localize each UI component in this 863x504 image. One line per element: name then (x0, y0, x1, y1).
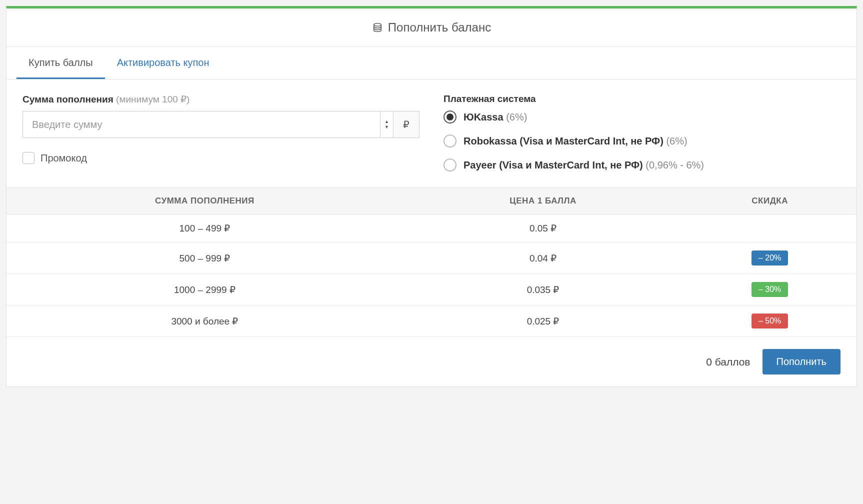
coins-icon (372, 22, 383, 33)
discount-badge: – 30% (752, 282, 788, 297)
cell-discount: – 50% (683, 306, 856, 337)
payment-option-label: ЮKassa (6%) (464, 112, 527, 123)
promo-checkbox[interactable] (22, 152, 34, 164)
panel-title: Пополнить баланс (388, 20, 491, 34)
amount-label: Сумма пополнения (минимум 100 ₽) (22, 94, 420, 105)
radio-icon (444, 134, 456, 148)
cell-price: 0.04 ₽ (403, 242, 683, 274)
table-row: 3000 и более ₽0.025 ₽– 50% (6, 306, 856, 337)
cell-discount: – 30% (683, 274, 856, 306)
payment-option-label: Robokassa (Visa и MasterCard Int, не РФ)… (464, 136, 688, 147)
payment-column: Платежная система ЮKassa (6%)Robokassa (… (444, 94, 840, 172)
topup-panel: Пополнить баланс Купить баллы Активирова… (6, 6, 857, 387)
chevron-up-icon: ▲ (384, 120, 389, 124)
table-row: 1000 – 2999 ₽0.035 ₽– 30% (6, 274, 856, 306)
cell-amount: 3000 и более ₽ (6, 306, 403, 337)
table-row: 100 – 499 ₽0.05 ₽ (6, 214, 856, 242)
th-discount: СКИДКА (683, 188, 856, 214)
cell-amount: 1000 – 2999 ₽ (6, 274, 403, 306)
radio-icon (444, 110, 456, 124)
cell-amount: 500 – 999 ₽ (6, 242, 403, 274)
cell-price: 0.035 ₽ (403, 274, 683, 306)
cell-price: 0.025 ₽ (403, 306, 683, 337)
tab-buy-points[interactable]: Купить баллы (16, 47, 105, 79)
chevron-down-icon: ▼ (384, 125, 389, 130)
amount-stepper[interactable]: ▲ ▼ (380, 112, 393, 138)
footer-row: 0 баллов Пополнить (6, 337, 856, 386)
promo-row[interactable]: Промокод (22, 152, 420, 164)
table-row: 500 – 999 ₽0.04 ₽– 20% (6, 242, 856, 274)
form-area: Сумма пополнения (минимум 100 ₽) ▲ ▼ ₽ П… (6, 80, 856, 188)
points-summary: 0 баллов (706, 356, 750, 368)
cell-discount (683, 214, 856, 242)
th-amount: СУММА ПОПОЛНЕНИЯ (6, 188, 403, 214)
payment-option-0[interactable]: ЮKassa (6%) (444, 110, 840, 124)
discount-badge: – 50% (752, 314, 788, 328)
tabs: Купить баллы Активировать купон (6, 47, 856, 80)
amount-input-group: ▲ ▼ ₽ (22, 111, 420, 138)
th-price: ЦЕНА 1 БАЛЛА (403, 188, 683, 214)
panel-header: Пополнить баланс (6, 8, 856, 47)
payment-option-label: Payeer (Visa и MasterCard Int, не РФ) (0… (464, 160, 704, 171)
cell-amount: 100 – 499 ₽ (6, 214, 403, 242)
promo-label: Промокод (40, 152, 87, 164)
amount-column: Сумма пополнения (минимум 100 ₽) ▲ ▼ ₽ П… (22, 94, 420, 172)
price-table: СУММА ПОПОЛНЕНИЯ ЦЕНА 1 БАЛЛА СКИДКА 100… (6, 188, 856, 337)
amount-input[interactable] (23, 112, 380, 138)
payment-label: Платежная система (444, 94, 840, 104)
tab-activate-coupon[interactable]: Активировать купон (105, 47, 222, 79)
submit-button[interactable]: Пополнить (762, 349, 840, 374)
cell-discount: – 20% (683, 242, 856, 274)
radio-icon (444, 158, 456, 172)
cell-price: 0.05 ₽ (403, 214, 683, 242)
discount-badge: – 20% (752, 250, 788, 266)
svg-point-0 (374, 24, 381, 26)
payment-option-2[interactable]: Payeer (Visa и MasterCard Int, не РФ) (0… (444, 158, 840, 172)
payment-option-1[interactable]: Robokassa (Visa и MasterCard Int, не РФ)… (444, 134, 840, 148)
currency-addon: ₽ (393, 112, 419, 138)
